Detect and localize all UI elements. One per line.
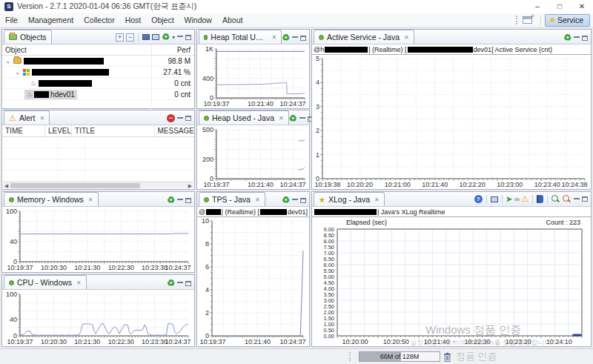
tree-expander-icon[interactable]: ⌄ xyxy=(4,58,11,64)
zoom-in-icon[interactable] xyxy=(551,195,560,204)
scroll-left-icon[interactable]: ◀ xyxy=(3,182,10,189)
maximize-panel-icon[interactable] xyxy=(582,36,588,41)
svg-text:10:21:30: 10:21:30 xyxy=(74,264,100,271)
close-tab-icon[interactable]: ✕ xyxy=(255,196,260,203)
horizontal-scrollbar[interactable]: ◀ ▶ xyxy=(3,182,193,188)
chart-tab-icon xyxy=(204,35,208,40)
menu-window[interactable]: Window xyxy=(179,14,217,26)
link-filter-icon[interactable]: ∞ xyxy=(514,195,519,203)
column-perf[interactable]: Perf xyxy=(152,44,194,55)
maximize-panel-icon[interactable] xyxy=(582,196,588,202)
svg-text:10:20:30: 10:20:30 xyxy=(41,264,67,271)
tree-expander-icon[interactable]: ⌄ xyxy=(14,69,21,76)
menu-host[interactable]: Host xyxy=(120,14,147,26)
tab-tps[interactable]: TPS - Java ✕ xyxy=(199,192,265,206)
maximize-window-button[interactable]: □ xyxy=(549,0,571,13)
clear-alerts-icon[interactable]: − xyxy=(167,114,175,122)
scrollbar-thumb[interactable] xyxy=(10,183,140,188)
heap-total-panel: Heap Total Usage - Java ✕ ♻ 04001K10:19:… xyxy=(196,29,310,109)
svg-text:5: 5 xyxy=(316,55,319,62)
tab-memory-windows[interactable]: Memory - Windows ✕ xyxy=(4,192,99,206)
error-filter-icon[interactable]: ⚠ xyxy=(521,194,529,204)
tree-row-java-object-2[interactable]: ♨ hdev01 0 cnt xyxy=(2,89,194,100)
menu-about[interactable]: About xyxy=(217,14,248,26)
menu-file[interactable]: File xyxy=(0,14,23,26)
tree-row-java-object-1[interactable]: ♨ 0 cnt xyxy=(2,78,194,89)
minimize-panel-icon[interactable] xyxy=(299,116,305,119)
garbage-collect-icon[interactable] xyxy=(443,352,451,362)
refresh-icon[interactable]: ♻ xyxy=(282,34,290,42)
alert-row-empty xyxy=(2,159,194,171)
maximize-panel-icon[interactable] xyxy=(185,116,191,121)
svg-text:10:24:37: 10:24:37 xyxy=(165,264,191,271)
xlog-tab-label: XLog - Java xyxy=(328,195,370,204)
menu-management[interactable]: Management xyxy=(23,14,79,26)
maximize-panel-icon[interactable] xyxy=(300,198,306,203)
maximize-panel-icon[interactable] xyxy=(300,36,306,41)
tab-xlog[interactable]: ★ XLog - Java ✕ xyxy=(314,192,385,206)
minimize-window-button[interactable]: – xyxy=(526,0,549,13)
column-time[interactable]: TIME xyxy=(2,125,45,136)
tab-heap-used[interactable]: Heap Used - Java ✕ xyxy=(199,110,289,125)
xlog-chart[interactable]: 9.008.508.007.507.006.506.005.505.004.50… xyxy=(312,217,591,346)
svg-text:10:22:30: 10:22:30 xyxy=(465,338,491,345)
minimize-panel-icon[interactable] xyxy=(292,198,298,200)
xlog-panel: ★ XLog - Java ✕ ? ➤ ∞ ⚠ xyxy=(311,191,592,347)
column-title[interactable]: TITLE xyxy=(72,125,154,136)
menu-object[interactable]: Object xyxy=(146,14,179,26)
refresh-icon[interactable]: ♻ xyxy=(167,196,175,204)
refresh-icon[interactable]: ♻ xyxy=(162,33,170,41)
tab-heap-total[interactable]: Heap Total Usage - Java ✕ xyxy=(199,30,282,44)
close-window-button[interactable]: ✕ xyxy=(571,0,593,13)
refresh-icon[interactable]: ♻ xyxy=(289,115,297,122)
close-tab-icon[interactable]: ✕ xyxy=(88,196,93,203)
add-object-view-icon[interactable] xyxy=(152,34,159,40)
profile-list-icon[interactable] xyxy=(537,195,543,203)
close-tab-icon[interactable]: ✕ xyxy=(374,196,380,203)
object-view-icon[interactable] xyxy=(142,34,150,40)
heap-memory-gauge[interactable]: 66M of 128M xyxy=(359,351,440,362)
minimize-panel-icon[interactable] xyxy=(574,197,580,199)
tab-alert[interactable]: ⚠ Alert ✕ xyxy=(4,110,50,125)
refresh-icon[interactable]: ♻ xyxy=(563,34,572,42)
minimize-panel-icon[interactable] xyxy=(177,116,183,119)
zoom-out-icon[interactable] xyxy=(563,195,572,204)
help-icon[interactable]: ? xyxy=(474,195,483,203)
column-level[interactable]: LEVEL xyxy=(45,125,72,136)
export-icon[interactable]: ➤ xyxy=(506,195,512,203)
tree-row-host[interactable]: ⌄ 27.41 % xyxy=(2,67,194,78)
tab-cpu-windows[interactable]: CPU - Windows ✕ xyxy=(4,275,87,289)
close-tab-icon[interactable]: ✕ xyxy=(39,115,44,122)
scroll-right-icon[interactable]: ▶ xyxy=(187,182,193,189)
minimize-panel-icon[interactable] xyxy=(177,281,183,283)
tree-row-server[interactable]: ⌄ 98.8 M xyxy=(2,56,194,67)
column-message[interactable]: MESSAGE xyxy=(155,125,194,136)
view-settings-icon[interactable] xyxy=(491,196,498,202)
column-object[interactable]: Object xyxy=(2,44,152,55)
view-menu-icon[interactable]: ▾ xyxy=(172,34,175,41)
expand-all-icon[interactable]: + xyxy=(116,33,124,42)
perf-value: 0 cnt xyxy=(152,79,194,87)
refresh-icon[interactable]: ♻ xyxy=(167,279,175,287)
minimize-panel-icon[interactable] xyxy=(574,36,580,38)
svg-text:10:22:20: 10:22:20 xyxy=(460,181,486,188)
collapse-all-icon[interactable]: − xyxy=(126,33,134,42)
close-tab-icon[interactable]: ✕ xyxy=(272,34,277,41)
close-tab-icon[interactable]: ✕ xyxy=(279,115,284,122)
minimize-panel-icon[interactable] xyxy=(177,35,183,37)
menu-collector[interactable]: Collector xyxy=(79,14,119,26)
minimize-panel-icon[interactable] xyxy=(177,198,183,200)
maximize-panel-icon[interactable] xyxy=(185,281,191,286)
redacted-text xyxy=(314,209,377,215)
refresh-icon[interactable]: ♻ xyxy=(282,196,290,204)
close-tab-icon[interactable]: ✕ xyxy=(404,34,409,41)
svg-text:1K: 1K xyxy=(205,45,213,53)
open-perspective-icon[interactable] xyxy=(523,16,532,24)
tab-active-service[interactable]: Active Service - Java ✕ xyxy=(314,30,414,44)
tab-objects[interactable]: Objects xyxy=(4,30,52,44)
maximize-panel-icon[interactable] xyxy=(185,198,191,203)
minimize-panel-icon[interactable] xyxy=(292,36,298,38)
close-tab-icon[interactable]: ✕ xyxy=(76,279,82,286)
service-perspective-button[interactable]: Service xyxy=(545,14,590,27)
maximize-panel-icon[interactable] xyxy=(185,35,191,40)
